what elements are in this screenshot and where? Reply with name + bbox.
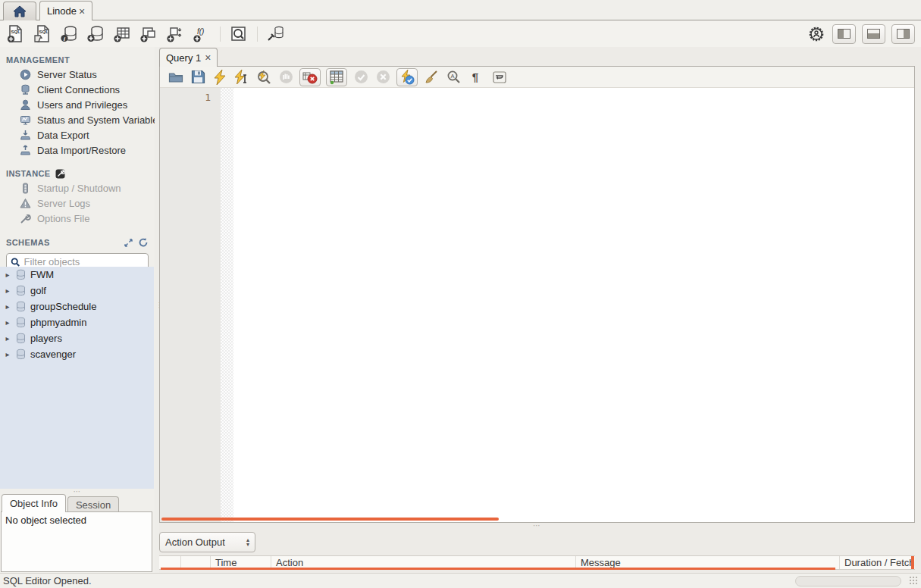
toggle-left-sidebar-button[interactable] bbox=[832, 24, 856, 44]
autocommit-icon bbox=[399, 70, 415, 85]
horizontal-scrollbar[interactable] bbox=[161, 518, 499, 521]
explain-plan-button[interactable] bbox=[255, 69, 272, 86]
commit-button[interactable] bbox=[352, 69, 369, 86]
rollback-x-icon bbox=[376, 70, 390, 84]
status-message: SQL Editor Opened. bbox=[3, 575, 92, 586]
save-icon bbox=[191, 70, 205, 84]
svg-text:SQL: SQL bbox=[11, 30, 21, 34]
create-function-button[interactable]: f() bbox=[192, 24, 211, 44]
search-icon bbox=[11, 257, 20, 267]
schema-inspector-button[interactable]: i bbox=[59, 24, 79, 44]
sql-editor-toolbar: A ¶ bbox=[160, 67, 914, 88]
toggle-bottom-panel-button[interactable] bbox=[862, 24, 885, 44]
schema-name: players bbox=[30, 333, 62, 344]
sidebar-item-server-logs[interactable]: Server Logs bbox=[0, 195, 155, 211]
toggle-word-wrap-button[interactable] bbox=[489, 68, 510, 86]
create-table-button[interactable] bbox=[112, 24, 132, 44]
refresh-schemas-icon[interactable] bbox=[138, 237, 149, 248]
schema-filter-input[interactable] bbox=[24, 256, 144, 267]
schema-icon bbox=[15, 349, 27, 360]
output-selector-value: Action Output bbox=[165, 536, 225, 548]
expand-arrow-icon[interactable]: ▸ bbox=[4, 286, 11, 295]
expand-arrow-icon[interactable]: ▸ bbox=[4, 318, 11, 327]
tab-query-1[interactable]: Query 1 × bbox=[159, 48, 218, 67]
tab-session[interactable]: Session bbox=[67, 496, 119, 512]
stop-query-button[interactable] bbox=[277, 69, 294, 86]
toggle-autocommit-button[interactable] bbox=[396, 68, 418, 86]
tab-home[interactable] bbox=[3, 2, 36, 20]
server-status-icon bbox=[20, 69, 31, 80]
schema-name: groupSchedule bbox=[30, 301, 96, 312]
tab-connection[interactable]: Linode × bbox=[39, 1, 92, 20]
expand-arrow-icon[interactable]: ▸ bbox=[4, 302, 11, 311]
connection-tab-label: Linode bbox=[47, 5, 77, 17]
tab-object-info[interactable]: Object Info bbox=[2, 494, 66, 512]
schema-item[interactable]: ▸ golf bbox=[0, 283, 154, 299]
admin-gear-button[interactable] bbox=[807, 24, 826, 44]
create-schema-button[interactable] bbox=[86, 24, 105, 44]
query-tab-label: Query 1 bbox=[166, 52, 201, 64]
output-selector[interactable]: Action Output ▴▾ bbox=[159, 532, 255, 552]
toggle-stop-on-error-button[interactable] bbox=[299, 68, 321, 86]
expand-arrow-icon[interactable]: ▸ bbox=[4, 271, 11, 279]
sidebar-item-data-import[interactable]: Data Import/Restore bbox=[0, 142, 155, 158]
sidebar-item-client-connections[interactable]: Client Connections bbox=[0, 82, 155, 97]
search-table-data-icon bbox=[230, 25, 248, 43]
sidebar-item-server-status[interactable]: Server Status bbox=[0, 67, 155, 82]
schema-item[interactable]: ▸ scavenger bbox=[0, 346, 154, 362]
spinner-arrows-icon: ▴▾ bbox=[246, 538, 249, 547]
column-duration[interactable]: Duration / Fetch bbox=[840, 556, 915, 569]
output-vertical-scrollbar[interactable] bbox=[911, 556, 914, 569]
beautify-query-button[interactable] bbox=[423, 69, 440, 86]
expand-arrow-icon[interactable]: ▸ bbox=[4, 350, 11, 358]
sidebar-item-status-system-variables[interactable]: Status and System Variables bbox=[0, 112, 155, 127]
status-bar: SQL Editor Opened. bbox=[0, 573, 921, 588]
open-sql-script-button[interactable]: SQL bbox=[33, 24, 52, 44]
horizontal-splitter[interactable]: ⋯ bbox=[159, 523, 915, 529]
close-icon[interactable]: × bbox=[205, 52, 211, 63]
options-file-icon bbox=[20, 213, 31, 224]
new-query-tab-icon: SQL bbox=[7, 25, 25, 43]
schema-item[interactable]: ▸ players bbox=[0, 330, 154, 346]
open-folder-icon bbox=[168, 70, 183, 85]
sql-code-area[interactable] bbox=[233, 88, 914, 522]
schema-item[interactable]: ▸ groupSchedule bbox=[0, 299, 154, 314]
schema-name: phpmyadmin bbox=[30, 317, 86, 328]
object-info-text: No object selected bbox=[5, 514, 86, 526]
sidebar-item-options-file[interactable]: Options File bbox=[0, 211, 155, 226]
execute-statement-button[interactable] bbox=[211, 69, 228, 86]
schema-tree: ▸ FWM ▸ golf ▸ groupSchedule ▸ phpmyadmi… bbox=[0, 267, 154, 489]
create-view-icon bbox=[139, 25, 158, 43]
new-query-tab-button[interactable]: SQL bbox=[6, 24, 26, 44]
toggle-right-sidebar-button[interactable] bbox=[891, 24, 915, 44]
reconnect-dbms-button[interactable] bbox=[266, 24, 286, 44]
sidebar-item-users-privileges[interactable]: Users and Privileges bbox=[0, 97, 155, 112]
resize-grip[interactable] bbox=[909, 576, 919, 586]
schema-item[interactable]: ▸ FWM bbox=[0, 267, 154, 283]
find-button[interactable]: A bbox=[445, 69, 462, 86]
schema-item[interactable]: ▸ phpmyadmin bbox=[0, 314, 154, 330]
stop-on-error-icon bbox=[302, 70, 318, 85]
search-table-data-button[interactable] bbox=[229, 24, 249, 44]
sidebar-item-data-export[interactable]: Data Export bbox=[0, 127, 155, 142]
expand-schemas-icon[interactable] bbox=[124, 238, 133, 248]
close-icon[interactable]: × bbox=[79, 6, 85, 17]
expand-arrow-icon[interactable]: ▸ bbox=[4, 334, 11, 342]
toggle-limit-rows-button[interactable] bbox=[326, 68, 347, 86]
save-script-button[interactable] bbox=[190, 69, 206, 86]
reconnect-dbms-icon bbox=[267, 25, 285, 43]
startup-shutdown-icon bbox=[20, 183, 31, 194]
instance-section-title: INSTANCE bbox=[0, 167, 155, 180]
limit-rows-icon bbox=[329, 70, 344, 85]
execute-current-statement-button[interactable] bbox=[233, 69, 250, 86]
system-variables-icon bbox=[20, 114, 31, 126]
output-horizontal-scrollbar[interactable] bbox=[161, 568, 835, 570]
sidebar-item-startup-shutdown[interactable]: Startup / Shutdown bbox=[0, 180, 155, 195]
toggle-invisibles-button[interactable]: ¶ bbox=[467, 69, 484, 86]
create-view-button[interactable] bbox=[139, 24, 158, 44]
open-file-button[interactable] bbox=[168, 69, 184, 86]
rollback-button[interactable] bbox=[374, 69, 391, 86]
create-procedure-button[interactable] bbox=[165, 24, 185, 44]
schema-icon bbox=[15, 333, 27, 344]
info-tabbar: Object Info Session bbox=[2, 494, 119, 512]
